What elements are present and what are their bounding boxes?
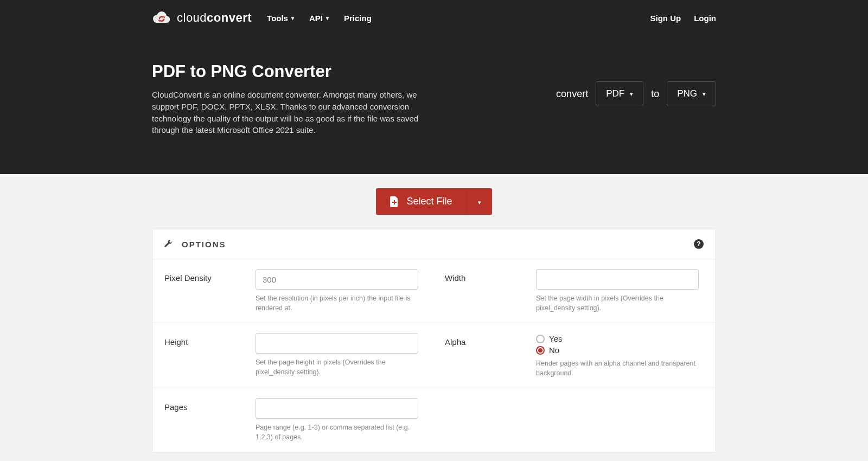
options-title: OPTIONS <box>182 240 226 249</box>
height-input[interactable] <box>256 333 418 354</box>
page-title: PDF to PNG Converter <box>152 62 434 81</box>
select-file-dropdown[interactable]: ▾ <box>467 189 492 214</box>
logo-cloud-icon <box>152 10 171 25</box>
nav-signup[interactable]: Sign Up <box>650 14 681 23</box>
main-nav: Tools▾ API▾ Pricing <box>267 14 372 23</box>
options-panel: OPTIONS ? Pixel Density Set the resoluti… <box>152 229 716 452</box>
pages-label: Pages <box>164 398 246 442</box>
pages-help: Page range (e.g. 1-3) or comma separated… <box>256 423 418 442</box>
to-format-button[interactable]: PNG▾ <box>667 81 716 106</box>
height-help: Set the page height in pixels (Overrides… <box>256 358 418 377</box>
select-file-button-group: Select File ▾ <box>376 188 492 215</box>
page-description: CloudConvert is an online document conve… <box>152 89 434 136</box>
pixel-density-label: Pixel Density <box>164 269 246 313</box>
to-label: to <box>651 88 659 100</box>
height-label: Height <box>164 333 246 378</box>
nav-pricing[interactable]: Pricing <box>344 14 372 23</box>
radio-icon <box>536 335 545 343</box>
logo-text: cloudconvert <box>177 11 252 25</box>
alpha-yes-radio[interactable]: Yes <box>536 334 704 343</box>
nav-api[interactable]: API▾ <box>309 14 329 23</box>
width-help: Set the page width in pixels (Overrides … <box>536 294 699 313</box>
help-icon[interactable]: ? <box>694 239 704 249</box>
chevron-down-icon: ▾ <box>326 15 329 21</box>
alpha-help: Render pages with an alpha channel and t… <box>536 359 699 378</box>
width-input[interactable] <box>536 269 699 290</box>
format-picker: convert PDF▾ to PNG▾ <box>556 62 716 106</box>
alpha-label: Alpha <box>445 333 526 378</box>
alpha-no-radio[interactable]: No <box>536 345 704 355</box>
from-format-button[interactable]: PDF▾ <box>596 81 643 106</box>
wrench-icon <box>164 240 173 248</box>
file-add-icon <box>390 196 399 207</box>
nav-login[interactable]: Login <box>694 14 716 23</box>
radio-icon <box>536 346 545 355</box>
chevron-down-icon: ▾ <box>630 91 633 98</box>
select-file-button[interactable]: Select File <box>376 188 466 215</box>
chevron-down-icon: ▾ <box>478 199 481 206</box>
nav-tools[interactable]: Tools▾ <box>267 14 294 23</box>
convert-label: convert <box>556 88 588 100</box>
chevron-down-icon: ▾ <box>703 91 706 98</box>
chevron-down-icon: ▾ <box>291 15 294 21</box>
pixel-density-input[interactable] <box>256 269 418 290</box>
pages-input[interactable] <box>256 398 418 419</box>
pixel-density-help: Set the resolution (in pixels per inch) … <box>256 294 418 313</box>
width-label: Width <box>445 269 526 313</box>
hero: PDF to PNG Converter CloudConvert is an … <box>0 36 868 174</box>
logo[interactable]: cloudconvert <box>152 10 252 25</box>
top-nav: cloudconvert Tools▾ API▾ Pricing Sign Up… <box>0 0 868 36</box>
